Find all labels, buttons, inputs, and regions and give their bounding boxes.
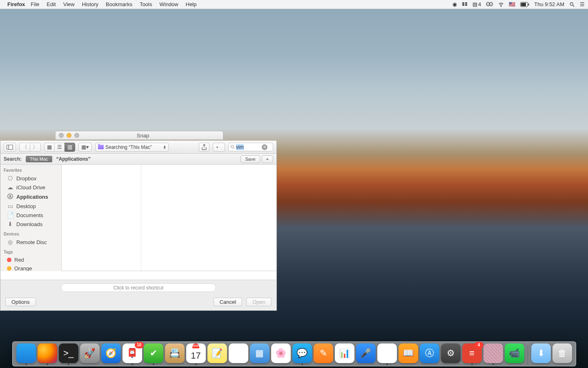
dock-app-firefox[interactable] bbox=[37, 343, 58, 365]
dock-app-missing[interactable] bbox=[483, 343, 503, 365]
svg-rect-3 bbox=[528, 3, 529, 5]
close-button[interactable] bbox=[59, 133, 64, 138]
status-wifi-icon[interactable] bbox=[498, 2, 504, 7]
share-button[interactable] bbox=[199, 143, 209, 152]
dialog-toolbar: 〈 〉 ▦ ☰ ▥ ▦▾ Searching “This Mac” ▴▾ ✕ bbox=[0, 141, 276, 154]
status-record-icon[interactable]: ◉ bbox=[452, 1, 457, 7]
scope-label: Search: bbox=[4, 156, 22, 162]
open-file-dialog: 〈 〉 ▦ ☰ ▥ ▦▾ Searching “This Mac” ▴▾ ✕ bbox=[0, 141, 277, 311]
options-button[interactable]: Options bbox=[5, 298, 36, 306]
status-sync-icon[interactable]: ▨4 bbox=[472, 1, 481, 7]
downloads-icon: ⬇︎ bbox=[7, 221, 13, 227]
sidebar-item-applications[interactable]: ⒶApplications bbox=[0, 192, 61, 202]
menu-file[interactable]: File bbox=[31, 1, 39, 7]
menu-tools[interactable]: Tools bbox=[140, 1, 152, 7]
minimize-button[interactable] bbox=[67, 133, 71, 138]
menu-help[interactable]: Help bbox=[186, 1, 197, 7]
status-dropbox-icon[interactable] bbox=[462, 2, 468, 7]
search-input[interactable] bbox=[236, 144, 261, 150]
dropbox-icon: ⎔ bbox=[7, 175, 13, 182]
svg-line-5 bbox=[573, 5, 575, 7]
icloud drive-icon: ☁︎ bbox=[7, 184, 13, 191]
dock-app-system-preferences[interactable]: ⚙︎ bbox=[441, 343, 461, 365]
tag-dot-icon bbox=[7, 266, 11, 271]
sidebar-item-icloud-drive[interactable]: ☁︎iCloud Drive bbox=[0, 183, 61, 192]
menu-window[interactable]: Window bbox=[160, 1, 178, 7]
dock-app-contacts[interactable]: 📇 bbox=[165, 343, 185, 365]
dock-app-messages[interactable]: 💬 bbox=[292, 343, 312, 365]
dock-downloads[interactable]: ⬇︎ bbox=[531, 343, 551, 365]
tags-button[interactable] bbox=[213, 143, 225, 152]
desktop-icon: ▭ bbox=[7, 203, 13, 209]
sidebar-item-desktop[interactable]: ▭Desktop bbox=[0, 202, 61, 211]
svg-point-9 bbox=[231, 145, 233, 148]
results-area bbox=[62, 165, 276, 271]
dock-app-pages[interactable]: ✎ bbox=[313, 343, 334, 365]
dock-app-finder[interactable] bbox=[16, 343, 36, 365]
dock-app-todoist[interactable]: ≡ bbox=[462, 343, 482, 365]
menu-bookmarks[interactable]: Bookmarks bbox=[106, 1, 132, 7]
open-button[interactable]: Open bbox=[246, 298, 272, 306]
sidebar-tag-red[interactable]: Red bbox=[0, 256, 61, 264]
sidebar-item-remote-disc[interactable]: ◎Remote Disc bbox=[0, 238, 61, 247]
notification-center-icon[interactable]: ☰ bbox=[580, 1, 585, 7]
dock-app-photos[interactable]: 🌸 bbox=[271, 343, 291, 365]
dock-app-keynote-alt[interactable]: ▦ bbox=[249, 343, 270, 365]
save-search-button[interactable]: Save bbox=[241, 155, 260, 163]
sidebar-item-dropbox[interactable]: ⎔Dropbox bbox=[0, 174, 61, 183]
scope-this-mac[interactable]: This Mac bbox=[26, 156, 52, 162]
search-field[interactable]: ✕ bbox=[228, 143, 273, 151]
scope-applications[interactable]: “Applications” bbox=[56, 156, 91, 162]
dock-app-safari[interactable]: 🧭 bbox=[101, 343, 121, 365]
arrange-button[interactable]: ▦▾ bbox=[78, 143, 92, 152]
forward-button[interactable]: 〉 bbox=[30, 143, 41, 152]
dock-app-terminal[interactable]: >_ bbox=[58, 343, 79, 365]
dock-app-macvim[interactable]: ✔︎ bbox=[143, 343, 164, 365]
dock-app-reminders[interactable]: ▤ bbox=[228, 343, 249, 365]
dock-app-numbers[interactable]: 📊 bbox=[334, 343, 355, 365]
sidebar-group-devices: Devices bbox=[0, 229, 61, 238]
back-button[interactable]: 〈 bbox=[19, 143, 30, 152]
dock-app-launchpad[interactable]: 🚀 bbox=[80, 343, 100, 365]
dock-app-notes[interactable]: 📝 bbox=[207, 343, 227, 365]
dock-app-ibooks[interactable]: 📖 bbox=[398, 343, 419, 365]
status-butterfly-icon[interactable]: Ꙭ bbox=[486, 1, 493, 7]
dock: >_🚀🧭📮✔︎📇MAR17📝▤▦🌸💬✎📊🎤♫📖Ⓐ⚙︎≡📹⬇︎🗑 bbox=[0, 341, 588, 366]
view-list-button[interactable]: ☰ bbox=[54, 143, 65, 152]
svg-rect-2 bbox=[521, 3, 526, 6]
sidebar-item-downloads[interactable]: ⬇︎Downloads bbox=[0, 220, 61, 229]
status-clock[interactable]: Thu 9:52 AM bbox=[534, 1, 564, 7]
dock-app-itunes[interactable]: ♫ bbox=[377, 343, 397, 365]
sidebar-group-tags: Tags bbox=[0, 247, 61, 256]
sidebar-toggle-button[interactable] bbox=[4, 143, 16, 152]
dock-app-keynote[interactable]: 🎤 bbox=[356, 343, 376, 365]
sidebar-item-documents[interactable]: 📄Documents bbox=[0, 211, 61, 220]
view-icon-button[interactable]: ▦ bbox=[44, 143, 55, 152]
dock-app-mail[interactable]: 📮 bbox=[122, 343, 143, 365]
view-column-button[interactable]: ▥ bbox=[65, 143, 75, 152]
menu-view[interactable]: View bbox=[63, 1, 75, 7]
menu-edit[interactable]: Edit bbox=[47, 1, 56, 7]
dock-app-appstore[interactable]: Ⓐ bbox=[419, 343, 440, 365]
record-shortcut-field[interactable]: Click to record shortcut bbox=[61, 283, 216, 292]
sidebar-group-favorites: Favorites bbox=[0, 165, 61, 174]
sidebar-tag-orange[interactable]: Orange bbox=[0, 264, 61, 271]
status-battery-icon[interactable] bbox=[520, 2, 529, 7]
dock-trash[interactable]: 🗑 bbox=[552, 343, 572, 365]
app-menu[interactable]: Firefox bbox=[7, 1, 25, 7]
path-popup[interactable]: Searching “This Mac” ▴▾ bbox=[95, 143, 169, 152]
add-criteria-button[interactable]: + bbox=[262, 155, 273, 163]
search-icon bbox=[230, 145, 235, 149]
dock-app-facetime[interactable]: 📹 bbox=[504, 343, 525, 365]
zoom-button[interactable] bbox=[74, 133, 79, 138]
dock-app-calendar[interactable]: MAR17 bbox=[186, 343, 206, 365]
svg-line-10 bbox=[233, 148, 234, 149]
svg-rect-6 bbox=[7, 145, 13, 149]
path-label: Searching “This Mac” bbox=[105, 144, 152, 150]
status-flag-icon[interactable]: 🇺🇸 bbox=[509, 1, 515, 7]
applications-icon: Ⓐ bbox=[7, 193, 13, 200]
menu-history[interactable]: History bbox=[82, 1, 98, 7]
spotlight-icon[interactable] bbox=[569, 2, 575, 7]
clear-search-button[interactable]: ✕ bbox=[262, 144, 267, 150]
cancel-button[interactable]: Cancel bbox=[214, 298, 242, 306]
